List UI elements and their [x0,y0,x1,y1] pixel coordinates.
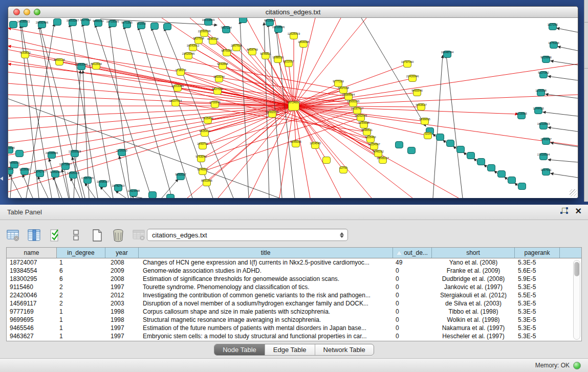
node-label: 13342757 [34,170,46,173]
network-view-window[interactable]: citations_edges.txt 14035572206914061065… [8,6,578,198]
network-node-teal[interactable] [164,24,171,30]
citation-edge-black[interactable] [361,18,426,126]
tab-node-table[interactable]: Node Table [214,344,265,355]
network-node-teal[interactable] [457,146,465,153]
network-node-teal[interactable] [396,142,403,148]
citation-edge-black[interactable] [95,25,151,198]
close-panel-icon[interactable]: ✕ [575,208,582,215]
citation-edge-red[interactable] [289,63,294,106]
citation-edge-red[interactable] [205,106,294,133]
table-row[interactable]: 977716911998Corpus callosum shape and si… [7,308,581,316]
citation-network-graph[interactable]: 1403557220691406106532871527602946616110… [8,18,578,198]
network-node-teal[interactable] [10,21,17,28]
splitter-collapse-arrow[interactable] [0,177,3,181]
citation-edge-red[interactable] [8,106,294,130]
citation-edge-black[interactable] [71,178,80,198]
citation-edge-black[interactable] [551,173,578,178]
citation-edge-black[interactable] [124,26,172,198]
close-window-button[interactable] [13,9,20,15]
citation-edge-black[interactable] [543,112,578,116]
citation-edge-black[interactable] [551,61,578,65]
network-node-teal[interactable] [54,19,61,26]
show-column-icon[interactable] [27,228,41,243]
network-node-teal[interactable] [447,140,454,147]
network-node-teal[interactable] [408,147,416,154]
network-node-teal[interactable] [16,150,24,157]
scrollbar-thumb[interactable] [574,262,579,276]
status-bar: Memory: OK [0,358,588,372]
citation-edge-black[interactable] [116,191,126,198]
select-columns-icon[interactable] [48,228,62,243]
rows-icon[interactable] [69,228,83,243]
citation-edge-black[interactable] [551,143,578,147]
column-header-year[interactable]: year [105,248,139,258]
column-header-out_de[interactable]: out_de... [393,248,432,258]
zoom-window-button[interactable] [34,9,40,15]
network-node-teal[interactable] [467,152,475,159]
table-row[interactable]: 1830029562008Estimation of significance … [7,275,581,283]
column-header-in_degree[interactable]: in_degree [57,248,105,258]
network-node-teal[interactable] [518,183,526,190]
column-header-pagerank[interactable]: pagerank [515,248,560,258]
tab-network-table[interactable]: Network Table [315,344,374,355]
table-row[interactable]: 2242004622012Investigating the contribut… [7,291,581,299]
citation-edge-black[interactable] [548,76,578,80]
network-node-teal[interactable] [488,165,495,171]
column-header-name[interactable]: name [7,248,57,258]
citation-edge-red[interactable] [8,106,294,118]
table-cell: Jankovic et al. (1997) [432,283,515,291]
citation-edge-black[interactable] [38,177,48,198]
network-node-teal[interactable] [239,18,247,23]
network-node-yellow[interactable] [323,157,331,164]
vertical-scrollbar[interactable] [573,260,580,340]
citation-edge-black[interactable] [446,55,463,198]
node-label: 10653287 [67,19,79,22]
node-label: 16033809 [202,18,214,21]
new-table-icon[interactable] [90,228,104,243]
float-panel-icon[interactable] [560,207,568,215]
table-row[interactable]: 946362711997Embryonic stem cells: a mode… [7,332,581,340]
table-row[interactable]: 969969511998Structural magnetic resonanc… [7,316,581,324]
network-node-teal[interactable] [498,171,506,178]
node-label: 1588520 [272,56,283,59]
citation-edge-black[interactable] [85,183,95,198]
network-node-teal[interactable] [149,192,157,199]
network-node-teal[interactable] [437,134,444,141]
citation-edge-red[interactable] [294,106,341,198]
minimize-window-button[interactable] [24,9,30,15]
network-window-titlebar[interactable]: citations_edges.txt [8,7,578,18]
network-node-teal[interactable] [477,159,485,165]
table-row[interactable]: 911546021997Tourette syndrome. Phenomeno… [7,283,581,291]
citation-edge-red[interactable] [294,106,412,198]
table-row[interactable]: 946554611997Estimation of the future num… [7,324,581,332]
network-node-teal[interactable] [151,23,159,30]
network-node-teal[interactable] [508,177,516,184]
network-canvas[interactable]: 1403557220691406106532871527602946616110… [8,18,578,198]
table-cell: Tourette syndrome. Phenomenology and cla… [139,283,393,291]
citation-edge-black[interactable] [557,28,578,32]
table-row[interactable]: 1456911722003Disruption of a novel membe… [7,299,581,308]
table-settings-icon[interactable] [6,228,20,243]
table-row[interactable]: 1872400712008Changes of HCN gene express… [7,258,581,267]
citation-edge-black[interactable] [100,187,111,198]
citation-edge-black[interactable] [558,47,578,51]
citation-edge-red[interactable] [203,118,361,171]
network-table-select[interactable]: citations_edges.txt [147,229,348,241]
citation-edge-red[interactable] [181,72,294,106]
citation-edge-black[interactable] [23,174,33,198]
table-row[interactable]: 1938455462009Genome-wide association stu… [7,267,581,275]
node-label: 1864098 [298,40,309,43]
node-label: 8912934 [91,62,101,65]
column-header-short[interactable]: short [432,248,515,258]
citation-edge-black[interactable] [110,25,131,198]
citation-edge-black[interactable] [548,127,578,132]
column-header-title[interactable]: title [139,248,393,258]
citation-edge-red[interactable] [8,95,294,106]
citation-edge-black[interactable] [548,160,578,162]
citation-edge-black[interactable] [82,24,113,198]
citation-edge-red[interactable] [8,106,294,143]
network-node-teal[interactable] [167,194,175,199]
delete-entries-icon[interactable] [111,228,125,243]
window-resize-grip[interactable] [570,189,577,196]
tab-edge-table[interactable]: Edge Table [265,344,315,355]
